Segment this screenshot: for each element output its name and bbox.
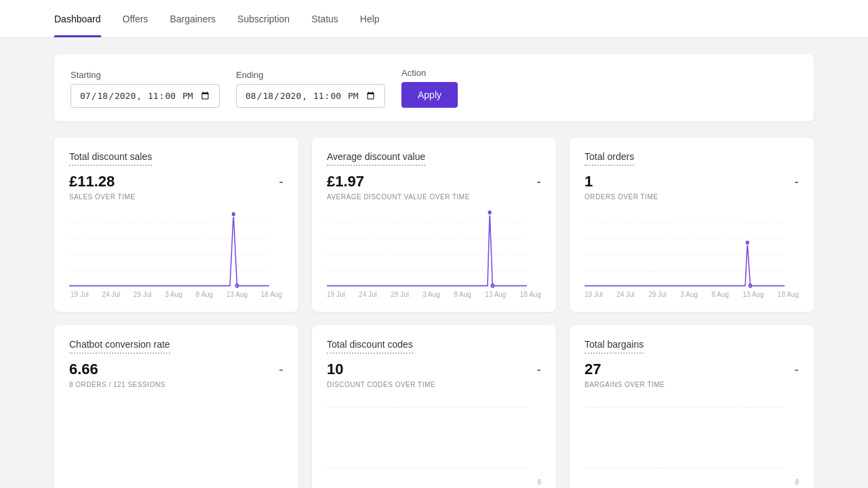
x-label-ord-6: 18 Aug [778, 291, 799, 298]
card-value-chatbot-conversion-rate: 6.66 [69, 361, 98, 378]
x-label-0: 19 Jul [71, 291, 89, 298]
card-subtitle-total-discount-sales: SALES OVER TIME [69, 193, 283, 201]
x-label-ord-4: 8 Aug [711, 291, 729, 298]
card-subtitle-total-orders: ORDERS OVER TIME [585, 193, 799, 201]
tab-subscription[interactable]: Subscription [237, 0, 290, 37]
x-label-avg-4: 8 Aug [454, 291, 471, 298]
chart-svg-total-discount-codes [327, 394, 541, 475]
x-label-6: 18 Aug [261, 291, 282, 298]
y-label-codes: 8 [537, 479, 541, 486]
card-title-total-bargains: Total bargains [585, 339, 644, 354]
top-navigation: Dashboard Offers Bargainers Subscription… [0, 0, 868, 38]
svg-point-5 [231, 211, 235, 216]
x-label-avg-6: 18 Aug [520, 291, 541, 298]
card-total-bargains: Total bargains 27 - BARGAINS OVER TIME 8 [570, 325, 814, 488]
chart-area-total-bargains: 8 [585, 394, 799, 488]
card-subtitle-chatbot-conversion-rate: 8 ORDERS / 121 SESSIONS [69, 381, 283, 388]
y-label-bargains: 8 [795, 479, 799, 486]
action-filter-group: Action Apply [401, 68, 458, 108]
tab-bargainers[interactable]: Bargainers [170, 0, 216, 37]
svg-point-19 [745, 240, 749, 245]
x-label-5: 13 Aug [226, 291, 248, 298]
main-content: Starting Ending Action Apply Total disco… [0, 38, 868, 488]
card-dash-total-discount-codes[interactable]: - [536, 362, 541, 378]
ending-label: Ending [236, 70, 385, 80]
x-label-avg-1: 24 Jul [359, 291, 377, 298]
card-dash-total-discount-sales[interactable]: - [279, 174, 283, 190]
card-subtitle-total-discount-codes: DISCOUNT CODES OVER TIME [327, 381, 541, 388]
x-label-ord-3: 3 Aug [680, 291, 698, 298]
x-label-1: 24 Jul [102, 291, 120, 298]
card-title-total-discount-codes: Total discount codes [327, 339, 413, 354]
cards-grid: Total discount sales £11.28 - SALES OVER… [54, 138, 814, 488]
card-total-discount-codes: Total discount codes 10 - DISCOUNT CODES… [312, 325, 556, 488]
chart-svg-average-discount-value [327, 206, 541, 287]
tab-help[interactable]: Help [360, 0, 380, 37]
chart-svg-total-orders [585, 206, 799, 287]
x-label-avg-0: 19 Jul [327, 291, 345, 298]
card-value-total-orders: 1 [585, 173, 593, 190]
chart-area-total-orders: 19 Jul 24 Jul 29 Jul 3 Aug 8 Aug 13 Aug … [585, 206, 799, 301]
x-label-4: 8 Aug [196, 291, 214, 298]
x-label-avg-2: 29 Jul [391, 291, 409, 298]
starting-input[interactable] [71, 84, 220, 108]
card-total-discount-sales: Total discount sales £11.28 - SALES OVER… [54, 138, 298, 312]
x-label-avg-3: 3 Aug [422, 291, 440, 298]
tab-offers[interactable]: Offers [123, 0, 149, 37]
card-chatbot-conversion-rate: Chatbot conversion rate 6.66 - 8 ORDERS … [54, 325, 298, 488]
card-dash-average-discount-value[interactable]: - [536, 174, 541, 190]
card-dash-total-orders[interactable]: - [794, 174, 799, 190]
x-label-ord-0: 19 Jul [585, 291, 603, 298]
chart-area-total-discount-codes: 8 [327, 394, 541, 488]
card-subtitle-average-discount-value: AVERAGE DISCOUNT VALUE OVER TIME [327, 193, 541, 201]
chart-svg-total-discount-sales [69, 206, 283, 287]
x-label-ord-1: 24 Jul [616, 291, 635, 298]
tab-status[interactable]: Status [311, 0, 338, 37]
card-dash-chatbot-conversion-rate[interactable]: - [279, 362, 283, 378]
card-value-total-discount-codes: 10 [327, 361, 343, 378]
card-title-total-orders: Total orders [585, 151, 634, 166]
chart-area-total-discount-sales: 19 Jul 24 Jul 29 Jul 3 Aug 8 Aug 13 Aug … [69, 206, 283, 301]
tab-dashboard[interactable]: Dashboard [54, 0, 101, 37]
card-value-total-discount-sales: £11.28 [69, 173, 115, 190]
apply-button[interactable]: Apply [401, 82, 458, 108]
card-dash-total-bargains[interactable]: - [794, 362, 799, 378]
chart-svg-total-bargains [585, 394, 799, 475]
x-label-ord-5: 13 Aug [743, 291, 764, 298]
card-title-average-discount-value: Average discount value [327, 151, 425, 166]
starting-label: Starting [71, 70, 220, 80]
card-subtitle-total-bargains: BARGAINS OVER TIME [585, 381, 799, 388]
chart-area-average-discount-value: 19 Jul 24 Jul 29 Jul 3 Aug 8 Aug 13 Aug … [327, 206, 541, 301]
x-label-3: 3 Aug [165, 291, 182, 298]
action-label: Action [401, 68, 458, 78]
x-label-ord-2: 29 Jul [648, 291, 667, 298]
starting-filter-group: Starting [71, 70, 220, 108]
card-value-total-bargains: 27 [585, 361, 601, 378]
svg-point-12 [488, 210, 492, 215]
card-title-chatbot-conversion-rate: Chatbot conversion rate [69, 339, 170, 354]
card-total-orders: Total orders 1 - ORDERS OVER TIME [570, 138, 814, 312]
card-value-average-discount-value: £1.97 [327, 173, 364, 190]
ending-filter-group: Ending [236, 70, 385, 108]
ending-input[interactable] [236, 84, 385, 108]
card-title-total-discount-sales: Total discount sales [69, 151, 152, 166]
card-average-discount-value: Average discount value £1.97 - AVERAGE D… [312, 138, 556, 312]
nav-tabs: Dashboard Offers Bargainers Subscription… [54, 0, 814, 37]
x-label-2: 29 Jul [134, 291, 152, 298]
filter-card: Starting Ending Action Apply [54, 54, 814, 121]
x-label-avg-5: 13 Aug [485, 291, 506, 298]
